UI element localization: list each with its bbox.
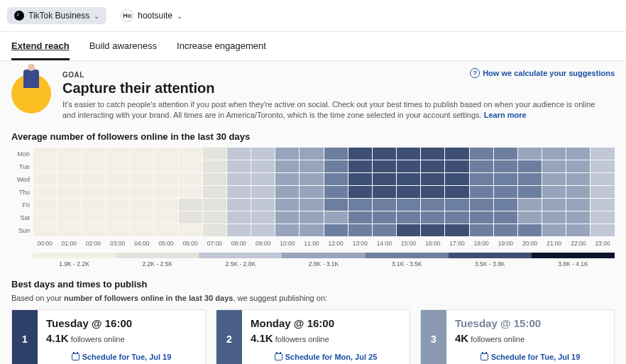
heatmap-cell[interactable] [373,224,396,236]
heatmap-cell[interactable] [518,199,542,211]
heatmap-cell[interactable] [348,173,372,185]
heatmap-cell[interactable] [518,148,542,160]
heatmap-cell[interactable] [300,211,323,224]
heatmap-cell[interactable] [227,224,251,236]
heatmap-cell[interactable] [203,199,226,211]
heatmap-cell[interactable] [130,186,153,198]
heatmap-cell[interactable] [445,199,468,211]
heatmap-cell[interactable] [300,173,323,185]
heatmap-cell[interactable] [591,224,614,236]
heatmap-cell[interactable] [251,160,275,172]
heatmap-cell[interactable] [542,199,566,211]
heatmap-cell[interactable] [421,160,444,172]
heatmap-cell[interactable] [445,148,468,160]
heatmap-cell[interactable] [397,160,420,172]
heatmap-cell[interactable] [373,186,396,198]
heatmap-cell[interactable] [106,160,129,172]
heatmap-cell[interactable] [542,211,566,224]
heatmap-cell[interactable] [470,199,493,211]
heatmap-cell[interactable] [179,173,202,185]
heatmap-cell[interactable] [106,148,129,160]
heatmap-cell[interactable] [470,148,493,160]
heatmap-cell[interactable] [324,199,348,211]
heatmap-cell[interactable] [324,173,348,185]
heatmap-cell[interactable] [106,186,129,198]
heatmap-cell[interactable] [373,160,396,172]
heatmap-cell[interactable] [518,224,542,236]
heatmap-cell[interactable] [300,186,323,198]
learn-more-link[interactable]: Learn more [484,111,527,119]
tab-extend-reach[interactable]: Extend reach [11,40,70,60]
heatmap-cell[interactable] [33,173,57,185]
heatmap-cell[interactable] [82,160,105,172]
heatmap-cell[interactable] [106,199,129,211]
heatmap-cell[interactable] [591,173,614,185]
heatmap-cell[interactable] [300,148,323,160]
heatmap-cell[interactable] [494,173,517,185]
heatmap-cell[interactable] [324,224,348,236]
heatmap-cell[interactable] [300,160,323,172]
heatmap-cell[interactable] [373,211,396,224]
heatmap-cell[interactable] [57,186,81,198]
heatmap-cell[interactable] [82,186,105,198]
heatmap-cell[interactable] [179,199,202,211]
heatmap-cell[interactable] [82,199,105,211]
heatmap-cell[interactable] [373,173,396,185]
heatmap-cell[interactable] [130,199,153,211]
heatmap-cell[interactable] [470,186,493,198]
heatmap-cell[interactable] [179,148,202,160]
heatmap-cell[interactable] [275,148,299,160]
heatmap-cell[interactable] [518,211,542,224]
heatmap-cell[interactable] [227,148,251,160]
heatmap-cell[interactable] [445,173,468,185]
heatmap-cell[interactable] [300,199,323,211]
heatmap-cell[interactable] [251,211,275,224]
heatmap-cell[interactable] [130,160,153,172]
heatmap-cell[interactable] [566,148,590,160]
heatmap-cell[interactable] [154,186,177,198]
schedule-button[interactable]: Schedule for Tue, Jul 19 [455,353,605,361]
heatmap-cell[interactable] [82,211,105,224]
heatmap-cell[interactable] [494,186,517,198]
heatmap-cell[interactable] [130,224,153,236]
heatmap-cell[interactable] [82,173,105,185]
heatmap-cell[interactable] [470,224,493,236]
heatmap-cell[interactable] [324,148,348,160]
heatmap-cell[interactable] [348,199,372,211]
heatmap-cell[interactable] [566,199,590,211]
heatmap-cell[interactable] [591,148,614,160]
account-type-dropdown[interactable]: TikTok Business ⌄ [7,7,106,24]
heatmap-cell[interactable] [421,148,444,160]
heatmap-cell[interactable] [130,148,153,160]
heatmap-cell[interactable] [57,173,81,185]
heatmap-cell[interactable] [203,224,226,236]
heatmap-cell[interactable] [397,211,420,224]
heatmap-cell[interactable] [518,160,542,172]
heatmap-cell[interactable] [494,148,517,160]
heatmap-cell[interactable] [57,211,81,224]
heatmap-cell[interactable] [397,186,420,198]
heatmap-cell[interactable] [179,160,202,172]
heatmap-cell[interactable] [542,173,566,185]
heatmap-cell[interactable] [203,186,226,198]
profile-dropdown[interactable]: Ho hootsuite ⌄ [114,6,190,26]
heatmap-cell[interactable] [82,224,105,236]
heatmap-cell[interactable] [566,186,590,198]
heatmap-cell[interactable] [227,186,251,198]
heatmap-cell[interactable] [494,160,517,172]
heatmap-cell[interactable] [251,199,275,211]
heatmap-cell[interactable] [251,224,275,236]
heatmap-cell[interactable] [591,199,614,211]
heatmap-cell[interactable] [154,160,177,172]
heatmap-cell[interactable] [421,173,444,185]
heatmap-cell[interactable] [130,211,153,224]
heatmap-cell[interactable] [542,160,566,172]
heatmap-cell[interactable] [227,160,251,172]
schedule-button[interactable]: Schedule for Tue, Jul 19 [46,353,197,361]
heatmap-cell[interactable] [227,199,251,211]
heatmap-cell[interactable] [203,211,226,224]
tab-increase-engagement[interactable]: Increase engagement [177,40,266,60]
heatmap-cell[interactable] [57,224,81,236]
heatmap-cell[interactable] [421,199,444,211]
heatmap-cell[interactable] [82,148,105,160]
